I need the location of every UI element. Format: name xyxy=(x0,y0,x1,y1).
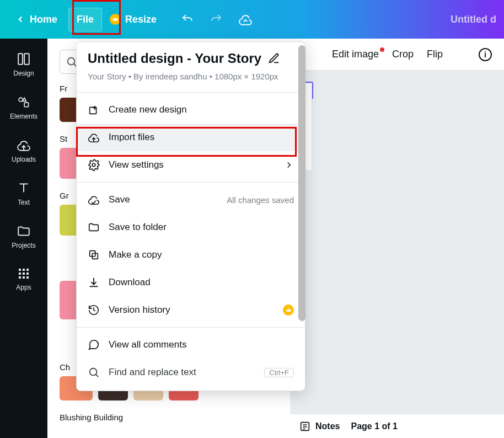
kbd-label: Ctrl+F xyxy=(264,368,294,377)
svg-rect-3 xyxy=(24,103,29,107)
sidebar-item-uploads[interactable]: Uploads xyxy=(4,132,44,169)
crop-button[interactable]: Crop xyxy=(392,49,414,60)
sidebar-item-apps[interactable]: Apps xyxy=(4,261,44,297)
crown-icon xyxy=(283,305,294,316)
cloud-sync-icon[interactable] xyxy=(238,12,253,26)
premium-badge xyxy=(283,305,294,316)
chevron-right-icon xyxy=(284,160,294,170)
left-sidebar: Design Elements Uploads Text Projects Ap… xyxy=(0,39,47,438)
crown-icon xyxy=(110,14,121,25)
separator xyxy=(77,182,305,183)
cloud-check-icon xyxy=(88,194,100,206)
svg-rect-0 xyxy=(18,54,23,65)
keyboard-shortcut: Ctrl+F xyxy=(264,368,294,377)
svg-rect-22 xyxy=(90,107,96,114)
svg-rect-7 xyxy=(19,269,21,271)
page-indicator[interactable]: Page 1 of 1 xyxy=(351,421,397,431)
flip-label: Flip xyxy=(427,49,443,60)
sidebar-label: Projects xyxy=(12,242,35,249)
save-status: All changes saved xyxy=(227,195,294,205)
design-meta: Your Story • By irendeep sandhu • 1080px… xyxy=(88,72,294,81)
info-button[interactable]: i xyxy=(479,48,492,61)
crop-label: Crop xyxy=(392,49,414,60)
sidebar-label: Text xyxy=(18,199,30,206)
svg-point-26 xyxy=(92,163,95,167)
svg-rect-15 xyxy=(26,276,29,279)
download-icon xyxy=(88,276,100,289)
status-bar: Notes Page 1 of 1 xyxy=(290,414,504,438)
history-icon xyxy=(88,304,100,316)
design-title[interactable]: Untitled design - Your Story xyxy=(88,51,261,66)
menu-create-new[interactable]: Create new design xyxy=(77,96,305,124)
dropdown-header: Untitled design - Your Story Your Story … xyxy=(77,51,305,89)
svg-rect-9 xyxy=(26,269,29,271)
svg-rect-13 xyxy=(19,276,21,279)
menu-download[interactable]: Download xyxy=(77,269,305,296)
cloud-upload-icon xyxy=(17,138,31,152)
grid-icon xyxy=(17,267,30,280)
dropdown-scrollbar-thumb[interactable] xyxy=(298,45,305,321)
menu-find-replace[interactable]: Find and replace text Ctrl+F xyxy=(77,359,305,386)
sidebar-item-projects[interactable]: Projects xyxy=(4,218,44,255)
gear-icon xyxy=(88,159,100,171)
info-glyph: i xyxy=(484,50,486,59)
edit-image-button[interactable]: Edit image xyxy=(302,49,379,60)
canvas-area: Edit image Crop Flip i Notes Page 1 of 1 xyxy=(290,39,504,438)
menu-label: Import files xyxy=(109,132,154,143)
menu-label: Save to folder xyxy=(109,222,167,233)
menu-label: Find and replace text xyxy=(109,367,196,378)
svg-rect-8 xyxy=(23,269,25,271)
menu-label: Version history xyxy=(109,305,170,316)
menu-label: Create new design xyxy=(109,104,187,115)
top-bar: Home File Resize Untitled d xyxy=(0,0,504,39)
file-dropdown: Untitled design - Your Story Your Story … xyxy=(76,41,305,391)
resize-button[interactable]: Resize xyxy=(102,8,164,31)
sidebar-item-elements[interactable]: Elements xyxy=(4,89,44,126)
svg-rect-14 xyxy=(23,276,25,279)
sidebar-label: Apps xyxy=(16,284,31,291)
context-toolbar: Edit image Crop Flip i xyxy=(290,39,504,71)
sidebar-item-design[interactable]: Design xyxy=(4,46,44,83)
menu-import-files[interactable]: Import files xyxy=(77,124,305,151)
notes-button[interactable]: Notes xyxy=(299,420,340,432)
svg-rect-1 xyxy=(24,54,29,65)
svg-rect-12 xyxy=(26,273,29,275)
menu-label: Make a copy xyxy=(109,249,162,260)
menu-make-copy[interactable]: Make a copy xyxy=(77,241,305,269)
menu-save-to-folder[interactable]: Save to folder xyxy=(77,213,305,241)
resize-label: Resize xyxy=(125,14,157,25)
notes-label: Notes xyxy=(315,421,340,431)
sidebar-item-text[interactable]: Text xyxy=(4,175,44,212)
copy-icon xyxy=(88,249,100,261)
menu-label: View settings xyxy=(109,159,164,170)
menu-view-comments[interactable]: View all comments xyxy=(77,331,305,359)
svg-point-16 xyxy=(68,58,75,65)
sidebar-label: Design xyxy=(13,70,34,77)
layout-icon xyxy=(17,52,31,66)
flip-button[interactable]: Flip xyxy=(427,49,443,60)
file-menu-button[interactable]: File xyxy=(68,8,102,31)
separator xyxy=(77,327,305,328)
document-title-truncated[interactable]: Untitled d xyxy=(451,14,496,25)
sidebar-label: Uploads xyxy=(12,156,36,163)
menu-label: Download xyxy=(109,277,151,288)
svg-rect-11 xyxy=(23,273,25,275)
section-label: Blushing Building xyxy=(60,413,278,422)
search-icon xyxy=(88,366,100,378)
svg-rect-10 xyxy=(19,273,21,275)
import-icon xyxy=(88,131,100,143)
pencil-edit-icon[interactable] xyxy=(268,52,280,65)
home-button[interactable]: Home xyxy=(8,8,65,31)
undo-icon[interactable] xyxy=(181,13,194,26)
folder-icon xyxy=(17,224,31,238)
menu-version-history[interactable]: Version history xyxy=(77,296,305,324)
menu-label: View all comments xyxy=(109,339,186,350)
svg-line-32 xyxy=(96,375,99,377)
menu-view-settings[interactable]: View settings xyxy=(77,151,305,179)
sidebar-label: Elements xyxy=(10,113,37,120)
menu-save[interactable]: Save All changes saved xyxy=(77,186,305,213)
svg-point-31 xyxy=(90,368,97,376)
notes-icon xyxy=(299,420,311,432)
redo-icon[interactable] xyxy=(210,13,223,26)
edit-image-label: Edit image xyxy=(332,49,379,60)
